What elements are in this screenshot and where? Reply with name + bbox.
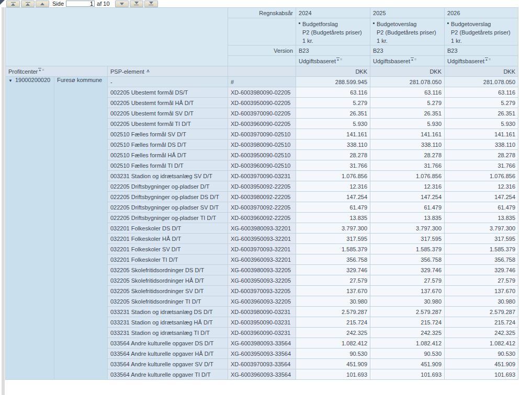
page-input[interactable] [66, 1, 95, 7]
sort-ascending-icon[interactable]: ▲= [38, 68, 44, 72]
value-cell: 1.585.379 [296, 244, 370, 254]
psp-element-cell: 002510 Fælles formål SV D/T [108, 129, 228, 140]
psp-code-cell: XD-6003970093-32201 [228, 244, 296, 254]
psp-code-cell: XG-6003960093-32201 [228, 254, 296, 265]
value-cell: 147.254 [296, 192, 370, 202]
value-cell: 3.797.300 [296, 223, 370, 234]
psp-code-cell: XD-6003980090-02510 [228, 140, 296, 150]
collapse-hierarchy-icon[interactable]: ▼ [8, 78, 13, 83]
psp-element-cell: 002205 Ubestemt formål SV D/T [108, 108, 228, 119]
year-2025-header[interactable]: 2025 [370, 8, 445, 18]
value-cell: 356.758 [445, 254, 518, 265]
table-body: ▼19000200020Furesø kommune-#288.599.9452… [6, 77, 518, 380]
member-2026-cell: Budgetoverslag P2 (Budgetårets priser) 1… [445, 18, 518, 45]
psp-code-cell: XD-6003960090-02510 [228, 160, 296, 171]
psp-code-cell: XD-6003980090-02205 [228, 87, 296, 98]
next-page-button[interactable] [115, 1, 129, 7]
value-cell: 451.909 [445, 359, 518, 369]
first-page-button[interactable] [6, 1, 20, 7]
value-cell: 215.724 [445, 317, 518, 328]
psp-element-cell: 032201 Folkeskoler DS D/T [108, 223, 228, 234]
currency-2025-header: DKK [370, 66, 445, 77]
psp-element-cell: 002510 Fælles formål TI D/T [108, 160, 228, 171]
value-cell: 3.797.300 [370, 223, 445, 234]
basis-label: Udgiftsbaseret [299, 58, 336, 64]
psp-code-cell: XD-6003970092-22205 [228, 202, 296, 213]
psp-code-cell: XD-6003970090-02205 [228, 108, 296, 119]
value-cell: 2.579.287 [370, 307, 445, 317]
scroll-corner-icon[interactable] [0, 0, 5, 5]
psp-element-cell: 032205 Skolefritidsordninger TI D/T [108, 296, 228, 307]
report-page: Side af 10 Regnskabsår 2024 2025 2026 [0, 0, 532, 395]
psp-code-cell: XD-6003970093-33564 [228, 359, 296, 369]
year-2026-header[interactable]: 2026 [445, 8, 518, 18]
value-cell: 31.766 [445, 160, 518, 171]
last-page-button[interactable] [144, 1, 158, 7]
jump-down-button[interactable] [130, 1, 143, 7]
year-2024-header[interactable]: 2024 [296, 8, 370, 18]
sort-ascending-icon[interactable]: ▲= [485, 57, 491, 62]
psp-code-cell: XD-6003980090-03231 [228, 307, 296, 317]
psp-code-cell: XD-6003980092-22205 [228, 192, 296, 202]
psp-header-label: PSP-element [110, 68, 144, 75]
version-2026-cell: B23 [445, 45, 518, 56]
member-bullet-icon [447, 22, 449, 24]
value-cell: 90.530 [445, 348, 518, 359]
value-cell: 2.579.287 [445, 307, 518, 317]
member-line: 1 kr. [451, 37, 511, 45]
value-cell: 317.595 [445, 234, 518, 244]
currency-2026-header: DKK [445, 66, 518, 77]
value-cell: 5.279 [296, 98, 370, 108]
value-cell: 242.325 [296, 328, 370, 338]
sort-ascending-icon[interactable]: ▲ [146, 68, 150, 72]
psp-code-cell: XG-6003950093-32205 [228, 275, 296, 286]
member-2025-cell: Budgetoverslag P2 (Budgetårets priser) 1… [370, 18, 445, 45]
value-cell: 28.278 [445, 150, 518, 160]
jump-up-button[interactable] [21, 1, 35, 7]
value-cell: 13.835 [296, 213, 370, 223]
sort-ascending-icon[interactable]: ▲= [411, 57, 416, 62]
value-cell: 26.351 [445, 108, 518, 119]
value-cell: 147.254 [370, 192, 445, 202]
value-cell: 63.116 [296, 87, 370, 98]
currency-2024-header: DKK [296, 66, 370, 77]
psp-element-cell: 002205 Ubestemt formål HÅ D/T [108, 98, 228, 108]
member-line: Budgetoverslag [377, 20, 436, 28]
column-header-row: Profitcenter▲= PSP-element ▲ DKK DKK DKK [6, 66, 518, 77]
value-cell: 5.279 [445, 98, 518, 108]
sort-ascending-icon[interactable]: ▲= [336, 57, 342, 62]
value-cell: 101.693 [445, 369, 518, 380]
psp-element-cell: 033564 Andre kulturelle opgaver TI D/T [108, 369, 228, 380]
profitcenter-column-header[interactable]: Profitcenter▲= [6, 66, 108, 77]
value-cell: 63.116 [445, 87, 518, 98]
member-line: 1 kr. [377, 37, 436, 45]
psp-code-cell: XG-6003960093-33564 [228, 369, 296, 380]
psp-code-cell: XD-6003950092-22205 [228, 181, 296, 192]
value-cell: 137.670 [370, 286, 445, 296]
basis-blank-label [228, 56, 296, 66]
psp-element-cell: 033231 Stadion og idrætsanlæg TI D/T [108, 328, 228, 338]
psp-element-cell: 032205 Skolefritidsordninger HÅ D/T [108, 275, 228, 286]
psp-code-cell: XG-6003980093-33564 [228, 338, 296, 348]
psp-code-column-header [228, 66, 296, 77]
first-page-icon [11, 2, 16, 6]
previous-page-button[interactable] [36, 1, 49, 7]
value-cell: 1.585.379 [370, 244, 445, 254]
member-bullet-icon [299, 22, 300, 24]
psp-element-cell: 003231 Stadion og idrætsanlæg SV D/T [108, 171, 228, 181]
psp-element-cell: 022205 Driftsbygninger og-pladser TI D/T [108, 213, 228, 223]
psp-element-cell: 033564 Andre kulturelle opgaver DS D/T [108, 338, 228, 348]
value-cell: 242.325 [370, 328, 445, 338]
value-cell: 5.930 [445, 119, 518, 129]
member-line: P2 (Budgetårets priser) [377, 28, 436, 37]
value-cell: 451.909 [370, 359, 445, 369]
value-cell: 2.579.287 [296, 307, 370, 317]
psp-code-cell: XG-6003980093-32205 [228, 265, 296, 275]
value-cell: 27.579 [370, 275, 445, 286]
value-cell: 137.670 [445, 286, 518, 296]
jump-down-icon [134, 2, 139, 6]
value-cell: 13.835 [370, 213, 445, 223]
value-cell: 1.585.379 [445, 244, 518, 254]
psp-column-header[interactable]: PSP-element ▲ [108, 66, 228, 77]
psp-element-cell: 032201 Folkeskoler SV D/T [108, 244, 228, 254]
